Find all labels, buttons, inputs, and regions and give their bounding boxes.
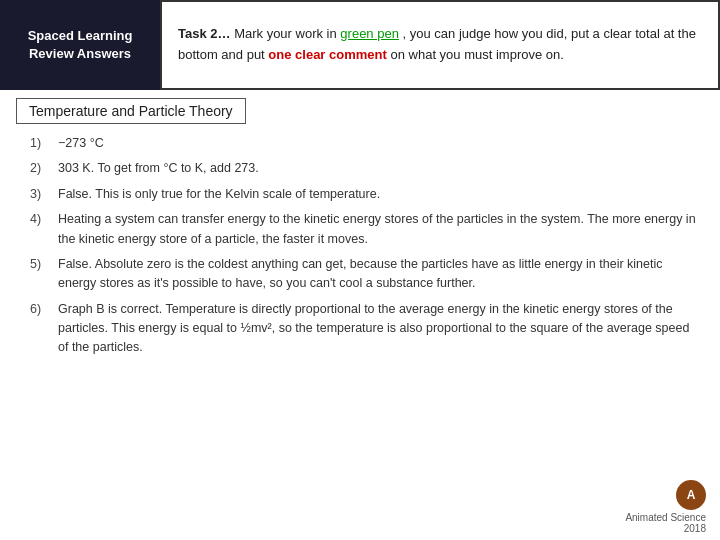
answer-item-2: 2) 303 K. To get from °C to K, add 273. [30, 159, 700, 178]
green-pen-text: green pen [340, 26, 399, 41]
answer-number-3: 3) [30, 185, 58, 204]
header-left-title: Spaced LearningReview Answers [28, 27, 133, 63]
page-container: Spaced LearningReview Answers Task 2… Ma… [0, 0, 720, 540]
answer-item-1: 1) −273 °C [30, 134, 700, 153]
task-label: Task 2… [178, 26, 231, 41]
answer-number-2: 2) [30, 159, 58, 178]
brand-icon: A [676, 480, 706, 510]
answer-item-6: 6) Graph B is correct. Temperature is di… [30, 300, 700, 358]
brand-svg: A [680, 484, 702, 506]
task-text-3: on what you must improve on. [390, 47, 563, 62]
answer-item-5: 5) False. Absolute zero is the coldest a… [30, 255, 700, 294]
answer-text-1: −273 °C [58, 134, 700, 153]
answer-item-3: 3) False. This is only true for the Kelv… [30, 185, 700, 204]
footer-logo: A Animated Science 2018 [625, 480, 706, 534]
answer-text-3: False. This is only true for the Kelvin … [58, 185, 700, 204]
brand-year: 2018 [684, 523, 706, 534]
header-left: Spaced LearningReview Answers [0, 0, 160, 90]
task-text-1: Mark your work in [234, 26, 340, 41]
answer-item-4: 4) Heating a system can transfer energy … [30, 210, 700, 249]
answer-number-4: 4) [30, 210, 58, 249]
topic-title: Temperature and Particle Theory [29, 103, 233, 119]
answer-number-6: 6) [30, 300, 58, 358]
header-right: Task 2… Mark your work in green pen , yo… [160, 0, 720, 90]
brand-name: Animated Science [625, 512, 706, 523]
svg-text:A: A [687, 488, 696, 502]
header-row: Spaced LearningReview Answers Task 2… Ma… [0, 0, 720, 90]
answer-text-4: Heating a system can transfer energy to … [58, 210, 700, 249]
answers-section: 1) −273 °C 2) 303 K. To get from °C to K… [0, 130, 720, 476]
answer-number-1: 1) [30, 134, 58, 153]
topic-title-box: Temperature and Particle Theory [16, 98, 246, 124]
answer-number-5: 5) [30, 255, 58, 294]
footer-brand-text: Animated Science 2018 [625, 512, 706, 534]
answer-text-5: False. Absolute zero is the coldest anyt… [58, 255, 700, 294]
red-comment-text: one clear comment [268, 47, 387, 62]
answer-text-2: 303 K. To get from °C to K, add 273. [58, 159, 700, 178]
topic-title-row: Temperature and Particle Theory [0, 90, 720, 130]
footer: A Animated Science 2018 [0, 476, 720, 540]
answer-text-6: Graph B is correct. Temperature is direc… [58, 300, 700, 358]
task-instruction: Task 2… Mark your work in green pen , yo… [178, 24, 702, 66]
